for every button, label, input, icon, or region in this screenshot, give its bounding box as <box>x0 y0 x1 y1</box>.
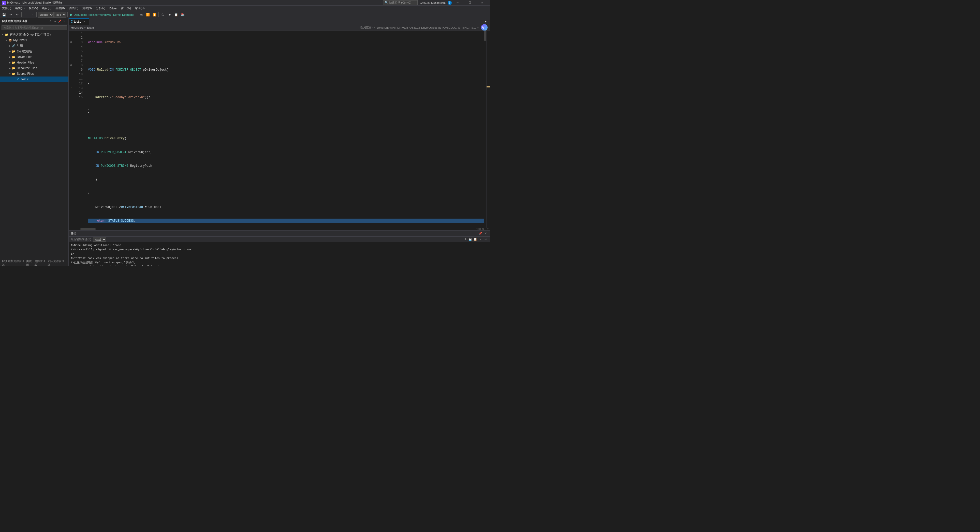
menu-analyze[interactable]: 分析(N) <box>94 6 107 11</box>
toolbar-sep-3 <box>67 12 68 17</box>
menu-driver[interactable]: Driver <box>107 6 119 11</box>
external-deps-icon: 📂 <box>12 49 16 53</box>
line-num-2: 2 <box>74 36 83 40</box>
toolbar-step-out-btn[interactable]: ⏫ <box>151 12 158 18</box>
sidebar-close-icon[interactable]: ✕ <box>62 19 66 23</box>
tree-source-files[interactable]: 📂 Source Files <box>0 71 68 76</box>
toolbar-callstack-btn[interactable]: 📚 <box>180 12 186 18</box>
resource-files-expand-icon <box>8 66 12 70</box>
code-editor[interactable]: ⊟ ⊟ → 1 2 3 4 5 6 7 8 9 10 <box>69 30 490 228</box>
zoom-level[interactable]: 100 % <box>475 227 486 230</box>
function-scope-selector[interactable]: DriverEntry(IN PDRIVER_OBJECT DriverObje… <box>377 26 479 29</box>
sidebar-filter-icon[interactable]: ≡ <box>53 19 57 23</box>
tab-test-c[interactable]: C test.c ✕ <box>69 18 89 25</box>
menu-test[interactable]: 测试(S) <box>80 6 94 11</box>
collapse-marker-8[interactable]: ⊟ <box>69 63 73 67</box>
sidebar-pin-icon[interactable]: 📌 <box>58 19 62 23</box>
menu-window[interactable]: 窗口(W) <box>119 6 133 11</box>
editor-h-scrollbar[interactable]: 100 % ▾ <box>69 228 490 230</box>
project-label: MyDriver1 <box>13 38 27 42</box>
menu-project[interactable]: 项目(P) <box>40 6 53 11</box>
output-clear-icon[interactable]: ≡ <box>478 237 483 242</box>
toolbar-nav-back-btn[interactable]: ← <box>23 12 29 18</box>
output-header-icons: 📌 ✕ <box>478 231 488 236</box>
sidebar-search-input[interactable] <box>2 25 67 30</box>
sidebar-bottom: 解决方案资源管理器 类视图 属性管理器 团队资源管理器 <box>0 260 68 266</box>
menu-file[interactable]: 文件(F) <box>0 6 13 11</box>
output-copy-icon[interactable]: 📋 <box>473 237 478 242</box>
toolbar-redo-btn[interactable]: ↪ <box>14 12 20 18</box>
toolbar-undo-btn[interactable]: ↩ <box>8 12 14 18</box>
scope-selector[interactable]: (全局范围) ▾ <box>360 26 375 30</box>
output-wrap-icon[interactable]: ↩ <box>483 237 488 242</box>
line-num-12: 12 <box>74 81 83 86</box>
toolbar: 💾 ↩ ↪ ← → Debug x64 ▶ Debugging Tools fo… <box>0 11 490 18</box>
code-content[interactable]: #include <ntddk.h> VOID Unload(IN PDRIVE… <box>85 30 484 228</box>
toolbar-nav-fwd-btn[interactable]: → <box>29 12 35 18</box>
toolbar-locals-btn[interactable]: 📋 <box>173 12 179 18</box>
output-filter-icon[interactable]: ⬆ <box>463 237 468 242</box>
menu-build[interactable]: 生成(B) <box>53 6 67 11</box>
notification-badge[interactable]: 9 <box>448 1 452 5</box>
tree-references[interactable]: 🔗 引用 <box>0 43 68 49</box>
tree-solution-root[interactable]: 📁 解决方案'MyDriver1'(1 个项目) <box>0 32 68 37</box>
v-scrollbar-thumb[interactable] <box>484 30 486 41</box>
source-files-label: Source Files <box>17 72 34 76</box>
toolbar-watches-btn[interactable]: 👁 <box>166 12 172 18</box>
output-pin-btn[interactable]: 📌 <box>478 231 483 236</box>
change-indicator <box>487 86 490 87</box>
toolbar-step-into-btn[interactable]: ⏬ <box>145 12 151 18</box>
config-select[interactable]: Debug <box>38 12 54 17</box>
output-line-3: 1> <box>71 252 488 256</box>
sidebar-sync-icon[interactable]: ⟳ <box>49 19 52 23</box>
current-line-marker: → <box>69 86 73 89</box>
close-btn[interactable]: ✕ <box>476 0 488 6</box>
minimize-btn[interactable]: ─ <box>452 0 463 6</box>
output-close-btn[interactable]: ✕ <box>483 231 488 236</box>
platform-select[interactable]: x64 <box>54 12 66 17</box>
h-scrollbar-thumb[interactable] <box>80 228 95 230</box>
code-line-2 <box>88 54 484 59</box>
tree-header-files[interactable]: 📂 Header Files <box>0 60 68 65</box>
restore-btn[interactable]: ❐ <box>464 0 476 6</box>
code-line-6: } <box>88 109 484 113</box>
tree-test-c[interactable]: C test.c <box>0 76 68 82</box>
sidebar-bottom-solution[interactable]: 解决方案资源管理器 <box>2 259 26 266</box>
project-breadcrumb[interactable]: MyDriver1 <box>71 26 83 29</box>
filename-breadcrumb[interactable]: test.c <box>87 26 94 29</box>
output-source-select[interactable]: 生成 <box>93 237 106 242</box>
toolbar-step-over-btn[interactable]: ⏭ <box>138 12 144 18</box>
code-line-4: { <box>88 81 484 86</box>
driver-files-label: Driver Files <box>17 55 32 59</box>
sidebar-title: 解决方案资源管理器 <box>2 19 27 23</box>
tree-resource-files[interactable]: 📂 Resource Files <box>0 65 68 71</box>
quick-launch-box[interactable]: 🔍 快速启动 (Ctrl+Q) <box>383 0 417 5</box>
menu-debug[interactable]: 调试(D) <box>67 6 80 11</box>
tree-driver-files[interactable]: 📂 Driver Files <box>0 54 68 60</box>
collapse-marker-3[interactable]: ⊟ <box>69 40 73 44</box>
zoom-dropdown[interactable]: ▾ <box>486 228 490 230</box>
sidebar-bottom-props[interactable]: 属性管理器 <box>34 259 48 266</box>
run-debugger-btn[interactable]: ▶ Debugging Tools for Windows - Kernel D… <box>69 12 136 17</box>
tab-test-c-close[interactable]: ✕ <box>82 19 86 24</box>
output-source-label: 最近输出来源(S): <box>71 237 92 241</box>
tab-c-icon: C <box>71 20 73 23</box>
menu-view[interactable]: 视图(V) <box>27 6 40 11</box>
sidebar-bottom-team[interactable]: 团队资源管理器 <box>48 259 66 266</box>
menu-edit[interactable]: 编辑(E) <box>13 6 27 11</box>
tree-external-deps[interactable]: 📂 外部依赖项 <box>0 49 68 54</box>
c-file-icon: C <box>16 77 20 81</box>
toolbar-breakpoints-btn[interactable]: ⬡ <box>160 12 166 18</box>
toolbar-save-btn[interactable]: 💾 <box>1 12 7 18</box>
account-info[interactable]: 928508143@qq.com <box>420 1 445 4</box>
menu-help[interactable]: 帮助(H) <box>133 6 146 11</box>
sidebar-bottom-class[interactable]: 类视图 <box>26 259 34 266</box>
line-num-6: 6 <box>74 54 83 59</box>
output-save-icon[interactable]: 💾 <box>468 237 473 242</box>
solution-explorer: 解决方案资源管理器 ⟳ ≡ 📌 ✕ 📁 解决方案'MyDriver1'(1 个项… <box>0 18 69 266</box>
editor-v-scrollbar[interactable] <box>484 30 486 228</box>
source-files-icon: 📂 <box>12 71 16 76</box>
output-line-1: 1>Done Adding Additional Store <box>71 243 488 248</box>
test-c-label: test.c <box>21 78 29 81</box>
tree-project[interactable]: 📦 MyDriver1 <box>0 37 68 43</box>
